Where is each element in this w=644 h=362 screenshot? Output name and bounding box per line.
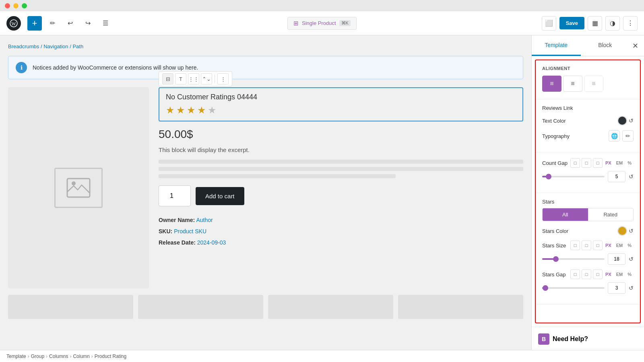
minimize-button[interactable]	[13, 3, 19, 8]
toolbar-left: W + ✏ ↩ ↪ ☰	[6, 16, 113, 31]
bottom-block-4	[398, 295, 523, 319]
align-center-button[interactable]: ≡	[563, 76, 582, 92]
list-view-button[interactable]: ☰	[98, 16, 113, 31]
site-selector[interactable]: ⊞ Single Product ⌘K	[287, 17, 357, 30]
layout-toggle-button[interactable]: ▦	[588, 16, 602, 31]
edit-icon-button[interactable]: ✏	[45, 16, 60, 31]
svg-text:W: W	[11, 21, 16, 27]
undo-button[interactable]: ↩	[63, 16, 77, 31]
stars-size-unit-pct[interactable]: %	[625, 242, 634, 249]
breadcrumb[interactable]: Breadcrumbs / Navigation / Path	[8, 43, 523, 49]
count-gap-em-dim[interactable]: □	[582, 158, 591, 168]
toolbar-right: ⬜ Save ▦ ◑ ⋮	[542, 16, 638, 31]
sku-row: SKU: Product SKU	[159, 226, 523, 237]
stars-gap-slider-track[interactable]	[542, 287, 605, 289]
bottom-bar-columns[interactable]: Columns	[49, 354, 68, 359]
stars-color-reset[interactable]: ↺	[629, 228, 634, 234]
count-gap-controls: □ □ □ PX EM %	[570, 158, 634, 168]
count-gap-unit-px[interactable]: PX	[603, 160, 613, 166]
star-1: ★	[166, 105, 175, 116]
bottom-bar-group[interactable]: Group	[31, 354, 44, 359]
view-toggle-button[interactable]: ⬜	[542, 16, 556, 31]
stars-gap-px-dim[interactable]: □	[570, 269, 580, 279]
typography-globe-btn[interactable]: 🌐	[609, 130, 620, 142]
count-gap-dim-btns: □ □ □	[570, 158, 603, 168]
count-gap-header: Count Gap □ □ □ PX EM %	[542, 158, 634, 168]
tab-block[interactable]: Block	[581, 35, 630, 56]
stars-size-label: Stars Size	[542, 243, 566, 249]
add-block-button[interactable]: +	[27, 16, 42, 31]
notice-text: Notices added by WooCommerce or extensio…	[33, 64, 198, 71]
stars-size-unit-em[interactable]: EM	[614, 242, 625, 249]
stars-gap-em-dim[interactable]: □	[582, 269, 591, 279]
tab-template[interactable]: Template	[532, 35, 581, 56]
text-color-reset[interactable]: ↺	[629, 117, 634, 124]
panel-close-button[interactable]: ✕	[630, 35, 644, 56]
toolbar-align-btn[interactable]: ⊟	[162, 73, 173, 84]
save-button[interactable]: Save	[559, 17, 584, 29]
bottom-bar-template[interactable]: Template	[6, 354, 26, 359]
maximize-button[interactable]	[22, 3, 27, 8]
stars-size-reset-btn[interactable]: ↺	[629, 256, 634, 262]
main-layout: Breadcrumbs / Navigation / Path ℹ Notice…	[0, 35, 644, 362]
stars-color-row: Stars Color ↺	[542, 226, 634, 236]
stars-size-px-dim[interactable]: □	[570, 241, 580, 250]
count-gap-value[interactable]: 5	[608, 171, 625, 182]
product-icon: ⊞	[293, 20, 299, 27]
align-left-button[interactable]: ≡	[542, 76, 561, 92]
stars-gap-slider-thumb[interactable]	[543, 285, 548, 291]
close-button[interactable]	[5, 3, 10, 8]
quantity-input[interactable]	[159, 185, 191, 206]
stars-size-slider-thumb[interactable]	[553, 256, 559, 262]
toolbar-move-btn[interactable]: ⌃⌄	[201, 73, 212, 84]
bottom-bar-column[interactable]: Column	[73, 354, 89, 359]
stars-gap-reset-btn[interactable]: ↺	[629, 285, 634, 291]
count-gap-slider-track[interactable]	[542, 176, 605, 177]
star-2: ★	[176, 105, 185, 116]
count-gap-unit-pct[interactable]: %	[625, 160, 634, 166]
add-to-cart-row: Add to cart	[159, 185, 523, 206]
count-gap-slider-row: 5 ↺	[542, 171, 634, 182]
stars-gap-unit-px[interactable]: PX	[603, 271, 613, 278]
align-right-button[interactable]: ≡	[584, 76, 603, 92]
stars-rated-btn[interactable]: Rated	[588, 208, 634, 221]
release-row: Release Date: 2024-09-03	[159, 237, 523, 248]
sku-label: SKU:	[159, 228, 172, 234]
text-color-label: Text Color	[542, 118, 566, 124]
placeholder-line-2	[159, 167, 523, 171]
toolbar-more-btn[interactable]: ⋮	[217, 73, 229, 84]
stars-gap-pct-dim[interactable]: □	[593, 269, 603, 279]
toolbar-drag-btn[interactable]: ⋮⋮	[188, 73, 199, 84]
owner-value[interactable]: Author	[196, 217, 213, 223]
stars-size-pct-dim[interactable]: □	[593, 241, 603, 250]
stars-size-value[interactable]: 18	[608, 253, 625, 265]
stars-size-em-dim[interactable]: □	[582, 241, 591, 250]
stars-gap-unit-pct[interactable]: %	[625, 271, 634, 278]
count-gap-pct-dim[interactable]: □	[593, 158, 603, 168]
stars-size-unit-px[interactable]: PX	[603, 242, 613, 249]
text-color-swatch[interactable]	[617, 116, 627, 125]
count-gap-px-dim[interactable]: □	[570, 158, 580, 168]
owner-row: Owner Name: Author	[159, 214, 523, 226]
keyboard-shortcut: ⌘K	[339, 20, 351, 26]
add-to-cart-button[interactable]: Add to cart	[196, 187, 244, 205]
stars-gap-value[interactable]: 3	[608, 282, 625, 294]
stars-all-btn[interactable]: All	[543, 208, 588, 221]
stars-gap-unit-em[interactable]: EM	[614, 271, 625, 278]
typography-edit-btn[interactable]: ✏	[622, 130, 634, 142]
redo-button[interactable]: ↪	[80, 16, 95, 31]
toolbar-center: ⊞ Single Product ⌘K	[287, 17, 357, 30]
count-gap-slider-thumb[interactable]	[546, 174, 551, 179]
bottom-bar-product-rating[interactable]: Product Rating	[95, 354, 126, 359]
count-gap-reset-btn[interactable]: ↺	[629, 173, 634, 180]
stars-color-swatch[interactable]	[617, 226, 627, 236]
release-value[interactable]: 2024-09-03	[197, 239, 226, 246]
rating-block: No Customer Ratings 04444 ★ ★ ★ ★ ★	[159, 87, 523, 121]
toolbar-text-btn[interactable]: T	[175, 73, 186, 84]
stars-size-slider-track[interactable]	[542, 258, 605, 260]
contrast-button[interactable]: ◑	[605, 16, 620, 31]
count-gap-unit-em[interactable]: EM	[614, 160, 625, 166]
more-options-button[interactable]: ⋮	[623, 16, 638, 31]
sku-value[interactable]: Product SKU	[174, 228, 206, 234]
svg-rect-2	[67, 179, 90, 197]
